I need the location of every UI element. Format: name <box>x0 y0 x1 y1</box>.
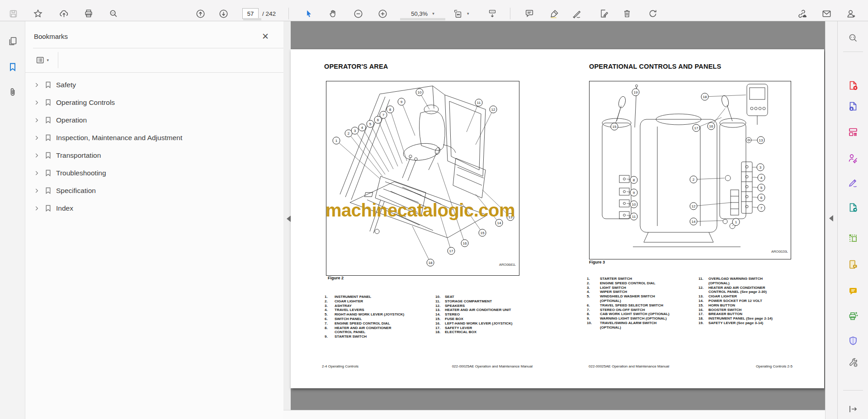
print-icon[interactable] <box>83 8 94 19</box>
create-pdf-icon[interactable] <box>847 80 859 91</box>
convert-pdf-icon[interactable] <box>847 202 859 213</box>
fill-sign-icon[interactable] <box>847 177 859 188</box>
figure-2-label: Figure 2 <box>328 276 344 280</box>
bookmarks-options-button[interactable]: ▾ <box>35 54 49 66</box>
organize-pages-icon[interactable] <box>847 126 859 138</box>
figure-legend-item: 15.HORN BUTTON <box>698 303 802 308</box>
figure-legend-item: 11.OVERLOAD WARNING SWITCH (OPTIONAL) <box>698 277 802 286</box>
figure-legend-item: 3.LIGHT SWITCH <box>587 286 698 290</box>
chevron-down-icon: ▾ <box>467 11 469 16</box>
figure-3-box: 19181517161334567891011212141 <box>589 81 791 259</box>
scroll-mode-icon[interactable] <box>486 8 498 19</box>
doc-comment-icon[interactable] <box>847 259 859 270</box>
chevron-right-icon[interactable] <box>32 205 42 212</box>
expand-panel-icon[interactable] <box>847 403 859 415</box>
bookmark-icon <box>42 169 54 177</box>
crop-pages-icon[interactable] <box>847 232 859 244</box>
figure-legend-item: 8.CAB WORK LIGHT SWITCH (OPTIONAL) <box>587 312 698 316</box>
svg-text:17: 17 <box>694 126 698 130</box>
svg-text:12: 12 <box>692 204 696 208</box>
zoom-level-dropdown[interactable]: 50,3% ▾ <box>400 8 445 19</box>
document-viewport[interactable]: OPERATOR'S AREA <box>283 21 825 419</box>
figure-legend-item: 5.RIGHT-HAND WORK LEVER (JOYSTICK) <box>325 312 433 317</box>
pdf-viewer-window: / 242 50,3% ▾ ▾ <box>0 0 868 419</box>
svg-text:11: 11 <box>477 101 481 105</box>
comment-tool-icon[interactable] <box>847 286 859 297</box>
bookmark-item-label: Operation <box>54 116 87 124</box>
share-link-icon[interactable] <box>796 8 807 19</box>
account-icon[interactable] <box>845 8 857 19</box>
page-fit-icon[interactable] <box>452 8 464 19</box>
horizontal-scrollbar[interactable] <box>283 410 825 419</box>
figure-3-code: ARO0020L <box>771 250 788 254</box>
page-thumbnails-icon[interactable] <box>6 35 19 47</box>
bookmark-item-operating-controls[interactable]: Operating Controls <box>25 94 284 111</box>
svg-text:17: 17 <box>449 249 453 253</box>
figure-legend-item: 8.HEATER AND AIR CONDITIONER CONTROL PAN… <box>325 326 433 335</box>
bookmarks-list: SafetyOperating ControlsOperationInspect… <box>25 76 284 217</box>
svg-text:9: 9 <box>633 191 635 195</box>
bookmark-item-transportation[interactable]: Transportation <box>25 146 284 164</box>
page-up-icon[interactable] <box>194 8 206 19</box>
zoom-out-icon[interactable] <box>352 8 364 19</box>
bookmark-icon <box>42 151 54 159</box>
bookmark-icon <box>42 187 54 194</box>
toolbar-separator <box>288 8 289 19</box>
search-icon[interactable] <box>108 8 119 19</box>
sign-icon[interactable] <box>571 8 582 19</box>
hand-tool-icon[interactable] <box>327 8 339 19</box>
export-pdf-icon[interactable] <box>847 100 859 112</box>
bookmarks-icon[interactable] <box>6 61 19 73</box>
attachments-icon[interactable] <box>6 86 19 99</box>
chevron-right-icon[interactable] <box>32 99 42 106</box>
chevron-right-icon[interactable] <box>32 152 42 159</box>
share-cloud-icon[interactable] <box>58 8 70 19</box>
operator-area-figure-drawing: 123456789101112131415161718 <box>326 81 519 275</box>
bookmark-item-safety[interactable]: Safety <box>25 76 284 94</box>
protect-icon[interactable] <box>847 335 859 347</box>
figure-2-code: ARO0681L <box>499 263 516 267</box>
more-tools-icon[interactable] <box>847 357 859 368</box>
collapse-panel-icon[interactable] <box>287 216 291 222</box>
bookmark-icon <box>42 204 54 212</box>
page-number-input[interactable] <box>242 8 259 19</box>
svg-text:2: 2 <box>693 178 695 182</box>
svg-text:5: 5 <box>369 122 372 126</box>
pdf-page-left: OPERATOR'S AREA <box>291 49 558 388</box>
figure-legend-item: 1.INSTRUMENT PANEL <box>325 295 433 299</box>
page-footer-right: Operating Controls 2-5 <box>756 364 793 368</box>
comment-icon[interactable] <box>524 8 535 19</box>
chevron-right-icon[interactable] <box>32 188 42 194</box>
page-down-icon[interactable] <box>217 8 229 19</box>
edit-page-icon[interactable] <box>598 8 610 19</box>
print-production-icon[interactable] <box>847 310 859 322</box>
request-signatures-icon[interactable] <box>847 152 859 164</box>
bookmark-item-operation[interactable]: Operation <box>25 111 284 129</box>
chevron-right-icon[interactable] <box>32 117 42 123</box>
figure-legend-item: 6.TRAVEL SPEED SELECTOR SWITCH <box>587 303 698 308</box>
bookmark-item-specification[interactable]: Specification <box>25 182 284 199</box>
find-icon[interactable] <box>847 32 859 44</box>
figure-legend-item: 12.HEATER AND AIR CONDITIONER CONTROL PA… <box>698 286 802 295</box>
chevron-right-icon[interactable] <box>32 135 42 141</box>
bookmark-item-inspection-maintenance-and-adjustment[interactable]: Inspection, Maintenance and Adjustment <box>25 129 284 146</box>
page-footer-right: 022-00025AE Operation and Maintenance Ma… <box>452 364 533 368</box>
chevron-right-icon[interactable] <box>32 82 42 88</box>
bookmark-item-troubleshooting[interactable]: Troubleshooting <box>25 164 284 182</box>
figure-2-legend-col2: 10.SEAT11.STORAGE COMPARTMENT12.SPEAKERS… <box>435 295 535 334</box>
zoom-in-icon[interactable] <box>377 8 388 19</box>
expand-panel-icon[interactable] <box>829 215 833 221</box>
star-icon[interactable] <box>32 8 44 19</box>
close-icon[interactable]: ✕ <box>259 30 271 42</box>
chevron-right-icon[interactable] <box>32 170 42 176</box>
figure-legend-item: 5.WINDSHIELD WASHER SWITCH (OPTIONAL) <box>587 294 698 303</box>
delete-icon[interactable] <box>621 8 633 19</box>
bookmark-item-index[interactable]: Index <box>25 199 284 217</box>
svg-text:3: 3 <box>760 165 762 169</box>
save-icon[interactable] <box>7 8 19 19</box>
select-tool-icon[interactable] <box>303 8 315 19</box>
tools-panel-edge-strip <box>825 21 838 419</box>
redo-icon[interactable] <box>647 8 659 19</box>
highlight-icon[interactable] <box>548 8 560 19</box>
email-icon[interactable] <box>821 8 832 19</box>
